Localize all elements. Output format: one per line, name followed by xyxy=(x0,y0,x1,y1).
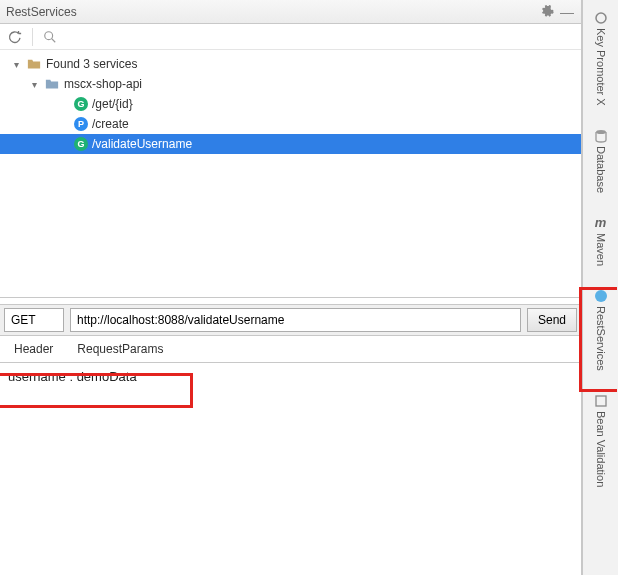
validation-icon xyxy=(593,393,609,409)
tree-root-label: Found 3 services xyxy=(46,57,137,71)
tab-header[interactable]: Header xyxy=(14,338,53,360)
send-button[interactable]: Send xyxy=(527,308,577,332)
chevron-down-icon: ▾ xyxy=(28,79,40,90)
method-badge-get: G xyxy=(74,97,88,111)
gear-icon[interactable] xyxy=(539,4,555,20)
chevron-down-icon: ▾ xyxy=(10,59,22,70)
sidebar-item-database[interactable]: Database xyxy=(593,124,609,197)
sidebar-item-maven[interactable]: m Maven xyxy=(593,211,609,270)
minimize-icon[interactable]: — xyxy=(559,4,575,20)
svg-rect-5 xyxy=(596,396,606,406)
sidebar-item-label: Database xyxy=(595,146,607,193)
endpoint-path: /validateUsername xyxy=(92,137,192,151)
sidebar-item-restservices[interactable]: RestServices xyxy=(593,284,609,375)
titlebar: RestServices — xyxy=(0,0,581,24)
package-icon xyxy=(44,76,60,92)
refresh-icon[interactable] xyxy=(6,28,24,46)
panel-title: RestServices xyxy=(6,5,77,19)
folder-icon xyxy=(26,56,42,72)
sidebar-item-label: Bean Validation xyxy=(595,411,607,487)
request-bar: GET Send xyxy=(0,304,581,336)
toolbar xyxy=(0,24,581,50)
method-badge-post: P xyxy=(74,117,88,131)
tab-request-params[interactable]: RequestParams xyxy=(77,338,163,360)
endpoint-create[interactable]: · P /create xyxy=(0,114,581,134)
maven-icon: m xyxy=(593,215,609,231)
service-tree: ▾ Found 3 services ▾ mscx-shop-api · G /… xyxy=(0,50,581,298)
rest-icon xyxy=(593,288,609,304)
svg-point-4 xyxy=(595,290,607,302)
params-body[interactable]: username : demoData xyxy=(0,362,581,575)
endpoint-get-id[interactable]: · G /get/{id} xyxy=(0,94,581,114)
svg-point-0 xyxy=(45,31,53,39)
http-method-select[interactable]: GET xyxy=(4,308,64,332)
search-icon[interactable] xyxy=(41,28,59,46)
separator xyxy=(32,28,33,46)
svg-line-1 xyxy=(52,38,56,42)
svg-point-2 xyxy=(596,13,606,23)
sidebar-item-bean-validation[interactable]: Bean Validation xyxy=(593,389,609,491)
tool-sidebar: Key Promoter X Database m Maven RestServ… xyxy=(582,0,618,575)
param-line: username : demoData xyxy=(8,369,137,384)
tool-icon xyxy=(593,10,609,26)
http-method-value: GET xyxy=(11,313,36,327)
sidebar-item-label: Maven xyxy=(595,233,607,266)
endpoint-path: /create xyxy=(92,117,129,131)
database-icon xyxy=(593,128,609,144)
sidebar-item-key-promoter[interactable]: Key Promoter X xyxy=(593,6,609,110)
method-badge-get: G xyxy=(74,137,88,151)
sidebar-item-label: Key Promoter X xyxy=(595,28,607,106)
endpoint-validate-username[interactable]: · G /validateUsername xyxy=(0,134,581,154)
sidebar-item-label: RestServices xyxy=(595,306,607,371)
tree-module[interactable]: ▾ mscx-shop-api xyxy=(0,74,581,94)
url-input[interactable] xyxy=(70,308,521,332)
endpoint-path: /get/{id} xyxy=(92,97,133,111)
tree-root[interactable]: ▾ Found 3 services xyxy=(0,54,581,74)
tree-module-label: mscx-shop-api xyxy=(64,77,142,91)
svg-point-3 xyxy=(596,130,606,134)
request-tabs: Header RequestParams xyxy=(0,336,581,362)
